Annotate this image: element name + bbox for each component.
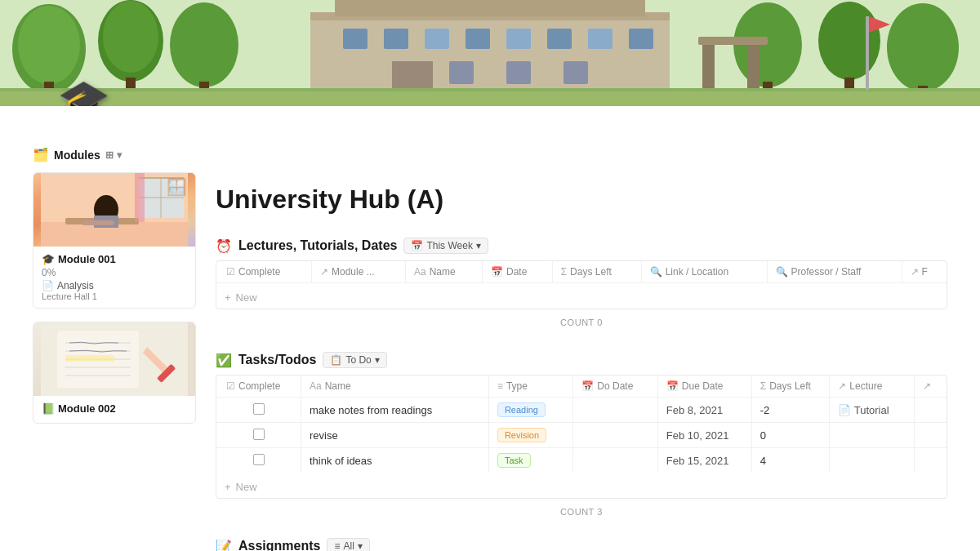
tasks-new-label: New [236,481,257,493]
checkbox-2[interactable] [253,454,265,465]
lectures-count: COUNT 0 [216,313,947,335]
assignments-filter-label: All [343,540,354,551]
task-checkbox-2[interactable] [216,448,301,473]
task-duedate-0: Feb 8, 2021 [657,398,751,423]
title-area: University Hub (A) [216,106,947,215]
lectures-header: ⏰ Lectures, Tutorials, Dates 📅 This Week… [216,238,947,254]
svg-rect-14 [506,61,531,84]
module-card-001[interactable]: 🎓 Module 001 0% 📄 Analysis Lecture Hall … [33,172,196,309]
task-name-0: make notes from readings [301,398,488,423]
module-card-002[interactable]: 📗 Module 002 [33,322,196,424]
svg-point-22 [170,2,238,87]
rel-icon-tasks-2: ↗ [923,380,931,392]
modules-label: Modules [54,149,100,162]
lectures-col-date: 📅Date [483,261,553,283]
modules-controls[interactable]: ⊞ ▾ [105,149,122,161]
assignments-filter[interactable]: ≡ All ▾ [327,538,369,551]
lectures-title: Lectures, Tutorials, Dates [238,238,397,253]
checkbox-0[interactable] [253,403,265,415]
module-002-name: 📗 Module 002 [42,402,187,415]
relation-icon-2: ↗ [911,266,919,278]
modules-section-header: 🗂️ Modules ⊞ ▾ [33,147,196,162]
assignments-icon: 📝 [216,539,232,552]
task-extra-1 [914,423,947,448]
svg-rect-9 [547,29,572,49]
svg-rect-6 [425,29,449,49]
task-extra-2 [914,448,947,473]
module-001-name: 🎓 Module 001 [42,253,187,265]
module-002-image [33,322,195,396]
svg-rect-7 [466,29,490,49]
chevron-down-icon-asgn: ▾ [358,540,363,551]
task-dodate-2 [573,448,657,473]
modules-icon: 🗂️ [33,147,49,162]
text-icon: Aa [414,266,426,278]
lectures-col-module: ↗Module ... [312,261,406,283]
module-001-content: 🎓 Module 001 0% 📄 Analysis Lecture Hall … [33,247,195,308]
lectures-col-extra: ↗F [902,261,947,283]
svg-rect-8 [506,29,531,49]
tag-2: Task [497,453,531,468]
table-icon: 📋 [330,354,342,366]
tasks-new-row[interactable]: + New [216,476,947,498]
plus-icon: + [225,291,231,304]
svg-rect-4 [343,29,368,49]
tasks-col-extra: ↗ [914,375,947,398]
tasks-filter[interactable]: 📋 To Do ▾ [323,352,386,368]
lectures-filter[interactable]: 📅 This Week ▾ [403,238,488,254]
tasks-col-duedate: 📅Due Date [657,375,751,398]
task-checkbox-1[interactable] [216,423,301,448]
lectures-col-name: AaName [405,261,482,283]
task-lecture-1 [830,423,914,448]
tasks-col-type: ≡Type [488,375,572,398]
sidebar: 🗂️ Modules ⊞ ▾ [33,106,196,551]
module-001-location: Lecture Hall 1 [42,291,187,301]
tasks-col-complete: ☑Complete [216,375,301,398]
task-dodate-0 [573,398,657,423]
svg-rect-30 [702,41,715,90]
check-icon-tasks: ☑ [226,380,235,392]
svg-rect-31 [747,41,760,90]
svg-point-17 [18,6,80,84]
svg-rect-10 [588,29,612,49]
lectures-table-wrapper: ☑Complete ↗Module ... AaName 📅Date ΣDays… [216,260,947,309]
rel-icon-tasks: ↗ [838,380,846,392]
svg-rect-55 [65,355,114,362]
plus-icon-tasks: + [225,481,231,493]
svg-rect-11 [629,29,653,49]
list-icon-asgn: ≡ [334,540,340,551]
sigma-icon: Σ [561,266,567,278]
tasks-table-scroll[interactable]: ☑Complete AaName ≡Type 📅Do Date 📅Due Dat… [216,375,947,476]
cal-icon-do: 📅 [581,380,594,392]
svg-rect-34 [0,91,980,106]
lectures-icon: ⏰ [216,238,232,254]
lectures-new-row[interactable]: + New [216,287,947,309]
chevron-down-icon: ▾ [117,149,122,161]
tasks-filter-label: To Do [345,354,371,366]
svg-rect-3 [335,0,645,16]
tasks-section: ✅ Tasks/Todos 📋 To Do ▾ ☑Complete AaName [216,352,947,525]
module-001-percent: 0% [42,267,187,278]
lectures-table-scroll[interactable]: ☑Complete ↗Module ... AaName 📅Date ΣDays… [216,261,947,287]
tasks-table: ☑Complete AaName ≡Type 📅Do Date 📅Due Dat… [216,375,947,473]
task-checkbox-0[interactable] [216,398,301,423]
svg-rect-35 [866,16,869,90]
tag-1: Revision [497,428,546,442]
checkbox-1[interactable] [253,429,265,440]
assignments-section: 📝 Assignments ≡ All ▾ [216,538,947,551]
module-002-icon: 📗 [42,402,55,415]
tasks-col-daysleft: ΣDays Left [751,375,830,398]
task-row-2: think of ideas Task Feb 15, 2021 4 [216,448,947,473]
task-lecture-2 [830,448,914,473]
task-dodate-1 [573,423,657,448]
cal-icon-due: 📅 [666,380,679,392]
header-banner: 🎓 [0,0,980,106]
task-row-0: make notes from readings Reading Feb 8, … [216,398,947,423]
task-name-1: revise [301,423,488,448]
svg-rect-5 [384,29,408,49]
tasks-col-dodate: 📅Do Date [573,375,657,398]
assignments-header: 📝 Assignments ≡ All ▾ [216,538,947,551]
module-001-sub: 📄 Analysis [42,280,187,291]
tasks-col-name: AaName [301,375,488,398]
lectures-table: ☑Complete ↗Module ... AaName 📅Date ΣDays… [216,261,947,283]
